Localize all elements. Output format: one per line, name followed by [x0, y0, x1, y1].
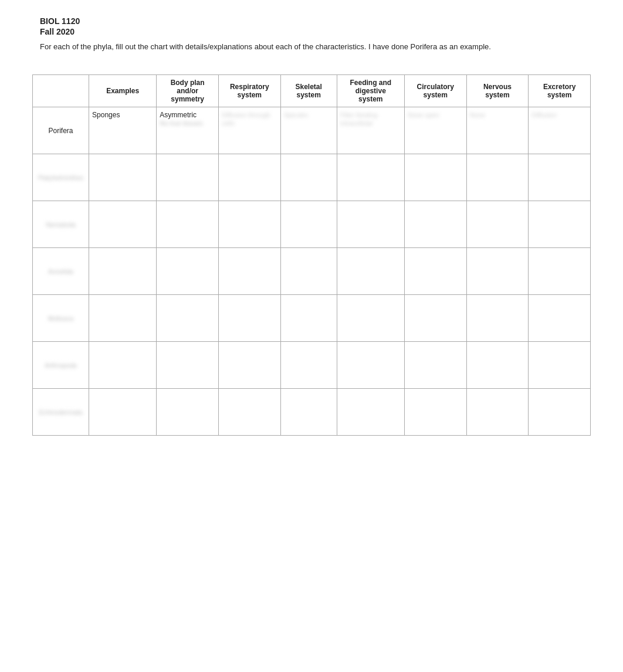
cell-feeding-5	[337, 295, 404, 342]
course-title: BIOL 1120	[40, 16, 583, 26]
cell-skeletal-6	[280, 342, 337, 389]
cell-phylum-porifera: Porifera	[33, 107, 89, 154]
cell-examples-6	[89, 342, 157, 389]
cell-excretory-4	[529, 248, 591, 295]
cell-respiratory-7	[218, 389, 280, 436]
cell-examples-2	[89, 154, 157, 201]
header-circulatory: Circulatorysystem	[404, 75, 466, 107]
cell-nervous-5	[466, 295, 529, 342]
cell-feeding-3	[337, 201, 404, 248]
cell-respiratory-porifera: Diffusion through cells	[218, 107, 280, 154]
cell-respiratory-4	[218, 248, 280, 295]
cell-body-6	[157, 342, 219, 389]
cell-respiratory-2	[218, 154, 280, 201]
cell-phylum-6: Arthropoda	[33, 342, 89, 389]
cell-body-porifera: AsymmetricNo true tissues	[157, 107, 219, 154]
cell-respiratory-5	[218, 295, 280, 342]
cell-phylum-5: Mollusca	[33, 295, 89, 342]
cell-examples-7	[89, 389, 157, 436]
header-nervous: Nervoussystem	[466, 75, 529, 107]
semester: Fall 2020	[40, 27, 583, 36]
cell-feeding-porifera: Filter feeding intracellular	[337, 107, 404, 154]
header-skeletal: Skeletalsystem	[280, 75, 337, 107]
cell-examples-5	[89, 295, 157, 342]
cell-body-2	[157, 154, 219, 201]
header-body-plan: Body planand/orsymmetry	[157, 75, 219, 107]
cell-circulatory-5	[404, 295, 466, 342]
cell-nervous-porifera: None	[466, 107, 529, 154]
cell-skeletal-7	[280, 389, 337, 436]
cell-skeletal-5	[280, 295, 337, 342]
cell-circulatory-3	[404, 201, 466, 248]
table-row: Echinodermata	[33, 389, 591, 436]
cell-excretory-porifera: Diffusion	[529, 107, 591, 154]
table-row: Annelida	[33, 248, 591, 295]
header-excretory: Excretorysystem	[529, 75, 591, 107]
cell-phylum-2: Platyhelminthes	[33, 154, 89, 201]
cell-body-5	[157, 295, 219, 342]
cell-feeding-4	[337, 248, 404, 295]
cell-skeletal-2	[280, 154, 337, 201]
cell-skeletal-4	[280, 248, 337, 295]
instruction-text: For each of the phyla, fill out the char…	[40, 42, 583, 51]
cell-nervous-3	[466, 201, 529, 248]
page-header: BIOL 1120 Fall 2020 For each of the phyl…	[0, 0, 623, 69]
cell-respiratory-3	[218, 201, 280, 248]
cell-excretory-6	[529, 342, 591, 389]
table-row: Porifera Sponges AsymmetricNo true tissu…	[33, 107, 591, 154]
header-feeding: Feeding anddigestivesystem	[337, 75, 404, 107]
cell-body-4	[157, 248, 219, 295]
cell-body-3	[157, 201, 219, 248]
cell-feeding-7	[337, 389, 404, 436]
cell-examples-3	[89, 201, 157, 248]
header-examples: Examples	[89, 75, 157, 107]
cell-excretory-2	[529, 154, 591, 201]
cell-circulatory-2	[404, 154, 466, 201]
cell-feeding-2	[337, 154, 404, 201]
table-header-row: Examples Body planand/orsymmetry Respira…	[33, 75, 591, 107]
table-row: Nematoda	[33, 201, 591, 248]
cell-examples-porifera: Sponges	[89, 107, 157, 154]
cell-circulatory-6	[404, 342, 466, 389]
cell-skeletal-3	[280, 201, 337, 248]
table-wrapper: Examples Body planand/orsymmetry Respira…	[0, 74, 623, 436]
biology-chart: Examples Body planand/orsymmetry Respira…	[32, 74, 591, 436]
cell-nervous-4	[466, 248, 529, 295]
table-row: Platyhelminthes	[33, 154, 591, 201]
cell-respiratory-6	[218, 342, 280, 389]
cell-skeletal-porifera: Spicules	[280, 107, 337, 154]
cell-nervous-6	[466, 342, 529, 389]
cell-phylum-3: Nematoda	[33, 201, 89, 248]
table-row: Arthropoda	[33, 342, 591, 389]
cell-circulatory-7	[404, 389, 466, 436]
cell-nervous-2	[466, 154, 529, 201]
cell-excretory-3	[529, 201, 591, 248]
cell-excretory-7	[529, 389, 591, 436]
cell-circulatory-porifera: None open	[404, 107, 466, 154]
header-phylum	[33, 75, 89, 107]
cell-excretory-5	[529, 295, 591, 342]
cell-phylum-7: Echinodermata	[33, 389, 89, 436]
cell-circulatory-4	[404, 248, 466, 295]
table-row: Mollusca	[33, 295, 591, 342]
cell-body-7	[157, 389, 219, 436]
cell-examples-4	[89, 248, 157, 295]
cell-phylum-4: Annelida	[33, 248, 89, 295]
header-respiratory: Respiratorysystem	[218, 75, 280, 107]
cell-nervous-7	[466, 389, 529, 436]
cell-feeding-6	[337, 342, 404, 389]
